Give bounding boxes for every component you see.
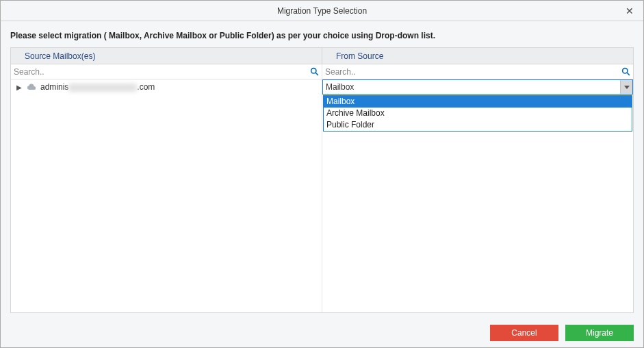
dropdown-option-archive-mailbox[interactable]: Archive Mailbox [324, 108, 632, 119]
source-mailboxes-column: ▶ adminis.com [11, 79, 322, 312]
tree-item-prefix: adminis [40, 82, 68, 92]
title-bar: Migration Type Selection ✕ [1, 1, 643, 21]
dropdown-option-public-folder[interactable]: Public Folder [324, 119, 632, 131]
footer: Cancel Migrate [1, 319, 643, 347]
dropdown-option-mailbox[interactable]: Mailbox [324, 96, 632, 108]
instruction-text: Please select migration ( Mailbox, Archi… [5, 28, 639, 47]
column-headers: Source Mailbox(es) From Source [11, 48, 633, 64]
header-source-mailboxes: Source Mailbox(es) [11, 48, 322, 64]
chevron-down-icon [624, 86, 630, 89]
search-icon-right[interactable] [619, 67, 632, 76]
search-icon-left[interactable] [308, 67, 320, 76]
search-left-cell [11, 64, 322, 79]
search-row [11, 64, 633, 79]
search-input-left[interactable] [12, 67, 308, 77]
combobox-selected-text: Mailbox [323, 82, 620, 92]
svg-line-1 [315, 73, 318, 75]
cancel-button[interactable]: Cancel [490, 325, 558, 341]
combobox-dropdown-list: Mailbox Archive Mailbox Public Folder [323, 95, 632, 132]
migrate-button[interactable]: Migrate [565, 325, 634, 341]
close-button[interactable]: ✕ [616, 1, 643, 21]
migration-type-combobox[interactable]: Mailbox Mailbox Archive Mailbox Public F… [322, 79, 633, 95]
cloud-icon [26, 82, 36, 92]
search-input-right[interactable] [324, 67, 619, 77]
header-from-source: From Source [322, 48, 633, 64]
tree-item-suffix: .com [137, 82, 155, 92]
close-icon: ✕ [626, 5, 634, 16]
chevron-right-icon[interactable]: ▶ [16, 84, 22, 91]
tree-item-label: adminis.com [40, 82, 155, 92]
tree-item-admin[interactable]: ▶ adminis.com [11, 79, 322, 95]
combobox-dropdown-button[interactable] [620, 80, 632, 94]
svg-line-3 [627, 73, 629, 75]
main-panel: Source Mailbox(es) From Source ▶ [10, 47, 634, 313]
from-source-column: Mailbox Mailbox Archive Mailbox Public F… [322, 79, 633, 312]
redacted-segment [68, 84, 137, 92]
content-area: Please select migration ( Mailbox, Archi… [1, 21, 643, 319]
window-title: Migration Type Selection [1, 6, 643, 16]
search-right-cell [322, 64, 633, 79]
body-area: ▶ adminis.com Mailbox Mailbox [11, 79, 633, 312]
